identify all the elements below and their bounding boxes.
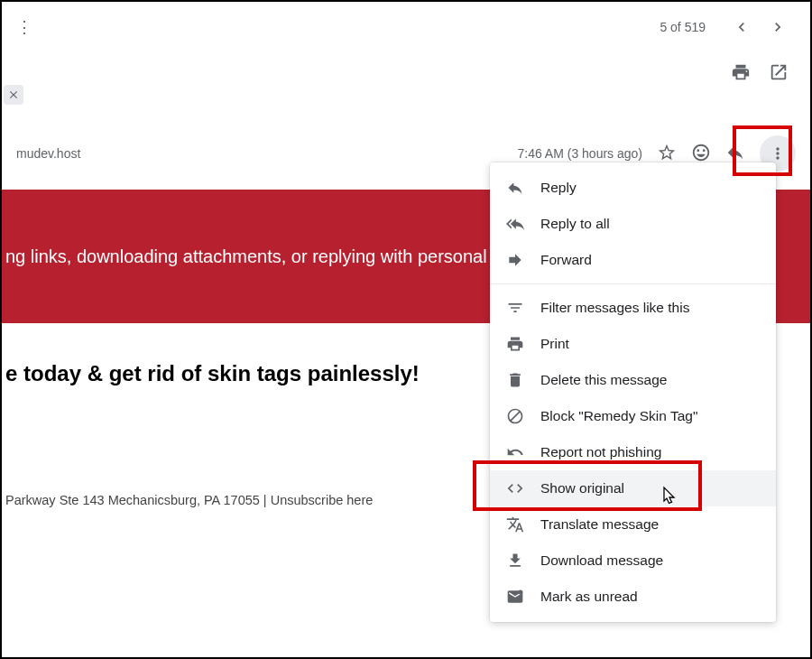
menu-label: Filter messages like this <box>540 300 689 316</box>
menu-label: Translate message <box>540 516 659 533</box>
older-button[interactable] <box>760 9 796 45</box>
code-icon <box>504 478 526 499</box>
svg-point-0 <box>518 590 522 595</box>
close-icon <box>7 88 20 101</box>
menu-reply[interactable]: Reply <box>490 170 776 206</box>
menu-report[interactable]: Report not phishing <box>490 434 776 470</box>
menu-mark-unread[interactable]: Mark as unread <box>490 579 776 615</box>
print-icon <box>731 62 751 82</box>
forward-icon <box>504 249 526 271</box>
menu-label: Mark as unread <box>540 589 638 605</box>
menu-label: Print <box>540 336 569 352</box>
open-new-window-button[interactable] <box>769 62 789 86</box>
timestamp: 7:46 AM (3 hours ago) <box>517 146 642 161</box>
sender-host: mudev.host <box>16 146 80 161</box>
more-icon[interactable]: ⋮ <box>16 17 32 37</box>
mark-unread-icon <box>504 586 526 608</box>
print-button[interactable] <box>731 62 751 86</box>
react-button[interactable] <box>691 143 711 165</box>
newer-button[interactable] <box>724 9 760 45</box>
reply-icon <box>504 177 526 199</box>
menu-filter[interactable]: Filter messages like this <box>490 290 776 326</box>
menu-translate[interactable]: Translate message <box>490 506 776 543</box>
menu-label: Reply to all <box>540 216 610 232</box>
menu-show-original[interactable]: Show original <box>490 470 776 506</box>
menu-separator <box>490 283 776 284</box>
print-icon <box>504 333 526 355</box>
menu-label: Report not phishing <box>540 444 661 460</box>
menu-label: Block "Remedy Skin Tag" <box>540 408 697 424</box>
menu-block[interactable]: Block "Remedy Skin Tag" <box>490 398 776 434</box>
message-actions-row <box>2 52 810 96</box>
menu-label: Reply <box>540 180 577 196</box>
menu-delete[interactable]: Delete this message <box>490 362 776 398</box>
reply-button[interactable] <box>725 143 745 165</box>
reply-all-icon <box>504 213 526 235</box>
more-vert-icon <box>769 144 787 162</box>
download-icon <box>504 550 526 571</box>
undo-icon <box>504 441 526 463</box>
emoji-icon <box>691 143 711 162</box>
menu-download[interactable]: Download message <box>490 543 776 579</box>
reply-icon <box>725 143 745 162</box>
block-icon <box>504 405 526 427</box>
open-in-new-icon <box>769 62 789 82</box>
menu-print[interactable]: Print <box>490 326 776 362</box>
menu-forward[interactable]: Forward <box>490 242 776 278</box>
top-bar: ⋮ 5 of 519 <box>2 2 810 52</box>
star-button[interactable] <box>657 143 677 165</box>
menu-reply-all[interactable]: Reply to all <box>490 206 776 242</box>
menu-label: Show original <box>540 480 624 497</box>
menu-label: Delete this message <box>540 372 667 388</box>
banner-text: ng links, downloading attachments, or re… <box>5 246 552 267</box>
menu-label: Forward <box>540 252 592 268</box>
message-count: 5 of 519 <box>660 20 706 34</box>
chevron-left-icon <box>733 18 751 36</box>
filter-icon <box>504 297 526 319</box>
more-options-menu: Reply Reply to all Forward Filter messag… <box>490 162 776 622</box>
menu-label: Download message <box>540 552 663 569</box>
chevron-right-icon <box>769 18 787 36</box>
label-chip-close[interactable] <box>4 85 23 105</box>
star-outline-icon <box>657 143 677 162</box>
translate-icon <box>504 514 526 535</box>
delete-icon <box>504 369 526 391</box>
